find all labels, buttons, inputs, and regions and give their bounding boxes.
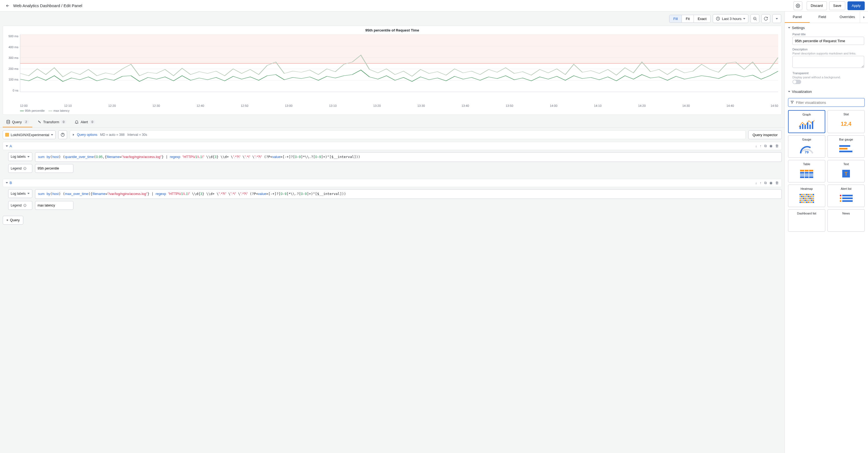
query-b-move-up-icon[interactable]: ↑ [760,181,762,185]
query-row-a-header[interactable]: A ↓ ↑ ⧉ ◉ 🗑 [3,142,782,150]
query-b-move-down-icon[interactable]: ↓ [755,181,757,185]
svg-rect-11 [807,122,808,129]
transparent-hint: Display panel without a background. [793,76,864,79]
sidebar-expand-button[interactable] [860,11,868,23]
info-icon [23,167,27,170]
viz-news[interactable]: News [828,209,865,232]
svg-rect-32 [809,194,811,195]
viz-gauge[interactable]: Gauge 79 [788,135,825,158]
query-b-duplicate-icon[interactable]: ⧉ [764,181,767,185]
transparent-toggle[interactable] [793,80,801,84]
zoom-out-button[interactable] [750,14,759,23]
svg-point-71 [840,195,841,197]
section-settings-header[interactable]: Settings [785,23,868,33]
svg-rect-36 [801,196,803,197]
viz-heatmap[interactable]: Heatmap [788,185,825,207]
sidetab-overrides[interactable]: Overrides [835,11,860,23]
description-input[interactable] [793,56,864,68]
query-b-letter: B [9,181,12,185]
viz-table[interactable]: Table [788,160,825,182]
tab-alert[interactable]: Alert 0 [71,117,98,127]
svg-point-75 [840,200,841,202]
tab-transform[interactable]: Transform 0 [34,117,70,127]
datasource-picker[interactable]: LokiNGINXExperimental [3,130,56,139]
viz-alertlist[interactable]: Alert list [828,185,865,207]
tab-alert-label: Alert [81,120,88,124]
tab-query-count: 2 [23,120,29,124]
datasource-icon [5,133,9,137]
add-query-button[interactable]: + Query [3,216,23,224]
viz-graph[interactable]: Graph [788,110,825,133]
svg-rect-31 [808,194,809,195]
panel-title-input[interactable] [793,37,864,45]
apply-button[interactable]: Apply [847,1,865,10]
svg-rect-35 [800,196,801,197]
svg-rect-33 [811,194,812,195]
panel-settings-icon-button[interactable] [794,1,802,10]
viz-stat[interactable]: Stat 12.4 [828,110,865,133]
datasource-help-button[interactable] [58,130,67,139]
svg-rect-50 [809,198,811,199]
svg-point-73 [840,198,841,199]
view-exact-button[interactable]: Exact [694,15,711,23]
refresh-interval-button[interactable] [772,14,781,23]
query-b-toggle-visibility-icon[interactable]: ◉ [769,181,772,185]
query-a-delete-icon[interactable]: 🗑 [775,144,779,148]
viz-bargauge[interactable]: Bar gauge [828,135,865,158]
svg-rect-67 [808,202,809,203]
svg-rect-15 [839,145,850,147]
sidetab-field[interactable]: Field [810,11,835,23]
view-fit-button[interactable]: Fit [682,15,693,23]
query-a-move-down-icon[interactable]: ↓ [755,144,757,148]
svg-rect-42 [811,196,812,197]
svg-rect-74 [842,198,852,199]
svg-rect-16 [839,148,847,150]
viz-text[interactable]: Text T [828,160,865,182]
query-a-toggle-visibility-icon[interactable]: ◉ [769,144,772,148]
page-title: Web Analytics Dashboard / Edit Panel [13,3,82,8]
view-fill-button[interactable]: Fill [670,15,682,23]
chart-legend: 95th percentilemax latency [20,108,778,112]
tab-transform-count: 0 [61,120,66,124]
chevron-right-icon [73,134,74,136]
sidetab-panel[interactable]: Panel [785,11,810,23]
svg-rect-51 [811,198,812,199]
section-visualization-header[interactable]: Visualization [785,87,868,96]
query-b-expression-input[interactable]: sum by(host) (max_over_time({filename="/… [35,189,782,199]
svg-rect-62 [800,202,801,203]
query-inspector-button[interactable]: Query inspector [748,130,782,139]
svg-rect-39 [806,196,807,197]
save-button[interactable]: Save [829,1,845,10]
query-a-legend-label: Legend [8,164,32,173]
query-a-expression-input[interactable]: sum by(host) (quantile_over_time(0.95,{f… [35,152,782,162]
time-range-picker[interactable]: Last 3 hours [713,14,748,23]
filter-icon [790,100,794,105]
query-b-legend-input[interactable] [35,201,73,210]
query-a-duplicate-icon[interactable]: ⧉ [764,144,767,148]
chart-plot[interactable] [20,34,778,92]
viz-text-thumb: T [829,167,863,180]
svg-rect-13 [812,121,813,129]
query-a-loglabels-button[interactable]: Log labels [8,152,32,161]
viz-gauge-thumb: 79 [789,143,824,155]
chevron-right-icon [863,16,865,18]
query-b-delete-icon[interactable]: 🗑 [775,181,779,185]
back-button[interactable] [3,1,12,10]
svg-rect-72 [842,195,852,197]
database-icon [6,120,10,124]
query-b-loglabels-button[interactable]: Log labels [8,189,32,198]
tab-query[interactable]: Query 2 [3,117,32,127]
discard-button[interactable]: Discard [807,1,827,10]
query-a-move-up-icon[interactable]: ↑ [760,144,762,148]
query-row-b-header[interactable]: B ↓ ↑ ⧉ ◉ 🗑 [3,179,782,187]
viz-dashlist[interactable]: Dashboard list [788,209,825,232]
svg-rect-52 [813,198,814,199]
query-a-legend-input[interactable] [35,164,73,173]
svg-rect-41 [809,196,811,197]
query-options-bar[interactable]: Query options MD = auto = 388 Interval =… [70,130,746,139]
viz-heatmap-thumb [789,192,824,205]
visualization-filter-input[interactable] [788,98,865,107]
svg-rect-48 [806,198,807,199]
chevron-down-icon [788,27,790,29]
refresh-button[interactable] [762,14,770,23]
